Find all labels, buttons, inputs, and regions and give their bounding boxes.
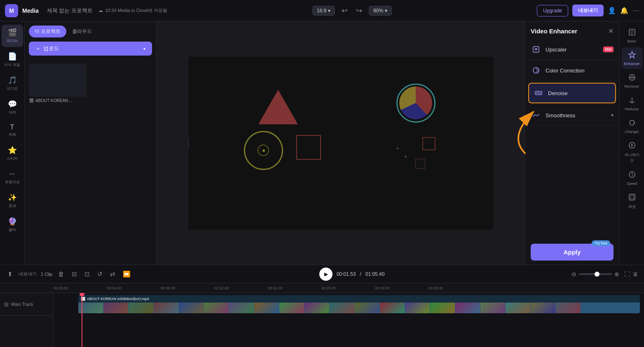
ratio-selector[interactable]: 16:9 ▾ bbox=[312, 6, 335, 16]
sidebar-item-media[interactable]: 🎬 미디어 bbox=[2, 25, 23, 47]
enhancer-item-upscaler[interactable]: Upscaler Hot bbox=[525, 39, 619, 60]
fr-sidebar-item-speed[interactable]: Speed bbox=[621, 167, 643, 189]
shape-rect-red bbox=[296, 135, 321, 160]
more-icon[interactable]: ⋯ bbox=[632, 7, 639, 14]
track-content[interactable]: ⬜ ABOUT KOREAN exhibition(kor).mp4 bbox=[54, 293, 644, 347]
zoom-selector[interactable]: 90% ▾ bbox=[369, 6, 392, 16]
sidebar-item-transition[interactable]: ↔ 트렌지션 bbox=[2, 166, 23, 188]
fr-sidebar-item-enhancer[interactable]: Enhancer bbox=[621, 47, 643, 69]
delete-icon[interactable]: 🗑 bbox=[56, 269, 66, 279]
fr-sidebar-item-remover[interactable]: Remover bbox=[621, 70, 643, 92]
tab-cloud[interactable]: 클라우드 bbox=[66, 26, 98, 37]
shape-circle-dot bbox=[262, 149, 265, 152]
zoom-slider[interactable] bbox=[579, 273, 612, 275]
sidebar-label-audio: 오디오 bbox=[7, 86, 18, 91]
tick-2: 00:08.00 bbox=[161, 286, 175, 290]
split-icon[interactable]: ⊟ bbox=[70, 269, 79, 279]
sidebar-label-transition: 트렌지션 bbox=[5, 179, 20, 185]
fr-sidebar-item-animation[interactable]: 에니메이션 bbox=[621, 138, 643, 166]
clip-thumb-8 bbox=[254, 303, 279, 313]
sidebar-item-subtitle[interactable]: 💬 자막 bbox=[2, 96, 23, 119]
current-time: 00:01.53 bbox=[337, 271, 356, 277]
sidebar-item-template[interactable]: 📄 서식 파일 bbox=[2, 49, 23, 71]
timeline-tracks: ⊟ Main Track ⬜ ABOUT KOREAN exhibition(k… bbox=[0, 293, 644, 347]
left-sidebar: 🎬 미디어 📄 서식 파일 🎵 오디오 💬 자막 T 제목 ⭐ 스티커 ↔ 트렌… bbox=[0, 21, 25, 265]
tick-0: 00:00.00 bbox=[54, 286, 68, 290]
fr-sidebar-item-changer[interactable]: Changer bbox=[621, 115, 643, 137]
clip-thumb-10 bbox=[304, 303, 329, 313]
enhancer-icon bbox=[628, 51, 636, 61]
clip-thumb-3 bbox=[129, 303, 153, 313]
sidebar-label-template: 서식 파일 bbox=[4, 62, 20, 68]
screen-fit-icon[interactable]: 🖥 bbox=[632, 271, 638, 277]
tab-project[interactable]: 이 프로젝트 bbox=[29, 26, 66, 37]
enhancer-item-denoise[interactable]: Denoise bbox=[528, 83, 616, 103]
fr-sidebar-item-basic[interactable]: Basic bbox=[621, 25, 643, 47]
shape-dot2 bbox=[405, 156, 407, 158]
apply-button[interactable]: Apply bbox=[531, 244, 614, 261]
play-icon: ▶ bbox=[324, 271, 328, 277]
play-button[interactable]: ▶ bbox=[319, 268, 333, 281]
total-time: 01:05.40 bbox=[365, 271, 385, 277]
denoise-row: Denoise bbox=[529, 84, 615, 102]
fr-sidebar-label-reducer: Reducer bbox=[625, 107, 639, 111]
person-icon[interactable]: 👤 bbox=[608, 7, 616, 14]
transition-icon: ↔ bbox=[9, 170, 16, 178]
speed-tl-icon[interactable]: ⏩ bbox=[121, 269, 132, 279]
sidebar-item-audio[interactable]: 🎵 오디오 bbox=[2, 72, 23, 95]
topbar-center: 16:9 ▾ ↩ ↪ 90% ▾ bbox=[171, 5, 533, 17]
zoom-in-icon[interactable]: ⊕ bbox=[614, 271, 619, 277]
export-clip-icon[interactable]: ⬆ bbox=[6, 269, 14, 279]
preview-canvas: ‹ bbox=[188, 57, 493, 230]
fr-sidebar-item-background[interactable]: 배경 bbox=[621, 190, 643, 213]
color-correction-label: Color Correction bbox=[546, 68, 614, 74]
upscaler-icon bbox=[531, 44, 541, 55]
text-icon: T bbox=[10, 123, 14, 131]
denoise-icon bbox=[533, 88, 544, 98]
audio-icon: 🎵 bbox=[8, 76, 17, 85]
hot-badge: Hot bbox=[603, 47, 614, 52]
bell-icon[interactable]: 🔔 bbox=[620, 7, 628, 14]
color-correction-icon bbox=[531, 65, 541, 76]
remover-icon bbox=[628, 73, 636, 83]
filter-icon: 🔮 bbox=[8, 217, 17, 226]
clip-thumb-18 bbox=[506, 303, 530, 313]
preview-collapse-button[interactable]: ‹ bbox=[188, 137, 189, 149]
upload-button[interactable]: ＋ 업로드 ▾ bbox=[29, 42, 152, 56]
timeline-ruler: 00:00.00 00:04.00 00:08.00 00:12.00 00:1… bbox=[0, 283, 644, 293]
sidebar-label-effect: 효과 bbox=[9, 203, 16, 209]
sidebar-label-subtitle: 자막 bbox=[9, 110, 16, 115]
apply-section: Try free Apply bbox=[525, 240, 619, 265]
sidebar-item-filter[interactable]: 🔮 필터 bbox=[2, 214, 23, 236]
crop-icon[interactable]: ⊡ bbox=[83, 269, 91, 279]
try-free-badge: Try free bbox=[592, 240, 610, 246]
media-thumbnail[interactable]: 🎬 ABOUT KOREAN ... bbox=[29, 64, 152, 103]
topbar-icons: 👤 🔔 ⋯ bbox=[608, 7, 639, 14]
close-button[interactable]: ✕ bbox=[608, 27, 614, 35]
tick-5: 00:20.00 bbox=[321, 286, 336, 290]
video-clip[interactable]: ⬜ ABOUT KOREAN exhibition(kor).mp4 bbox=[78, 295, 640, 313]
sidebar-label-sticker: 스티커 bbox=[7, 156, 18, 161]
export-button[interactable]: 내보내기 bbox=[572, 5, 604, 16]
redo-button[interactable]: ↪ bbox=[354, 5, 364, 17]
sidebar-item-sticker[interactable]: ⭐ 스티커 bbox=[2, 142, 23, 165]
fr-sidebar-item-reducer[interactable]: Reducer bbox=[621, 93, 643, 114]
main-layout: 🎬 미디어 📄 서식 파일 🎵 오디오 💬 자막 T 제목 ⭐ 스티커 ↔ 트렌… bbox=[0, 21, 644, 265]
sidebar-item-effect[interactable]: ✨ 효과 bbox=[2, 190, 23, 212]
flip-icon[interactable]: ⇄ bbox=[108, 269, 117, 279]
timeline-playback-controls: ▶ 00:01.53 / 01:05.40 bbox=[136, 268, 567, 281]
fr-sidebar-label-background: 배경 bbox=[628, 204, 636, 210]
sidebar-label-text: 제목 bbox=[9, 132, 16, 137]
speed-icon bbox=[628, 170, 636, 180]
fr-sidebar-label-speed: Speed bbox=[626, 182, 637, 186]
sidebar-item-text[interactable]: T 제목 bbox=[2, 120, 23, 141]
undo-button[interactable]: ↩ bbox=[340, 5, 349, 17]
chevron-down-icon: ▾ bbox=[385, 8, 387, 14]
enhancer-item-smoothness[interactable]: Smoothness ▾ bbox=[525, 105, 619, 126]
upgrade-button[interactable]: Upgrade bbox=[537, 5, 568, 16]
playhead[interactable] bbox=[82, 293, 82, 347]
zoom-out-icon[interactable]: ⊖ bbox=[571, 271, 576, 277]
enhancer-item-color-correction[interactable]: Color Correction bbox=[525, 60, 619, 81]
fullscreen-icon[interactable]: ⛶ bbox=[624, 271, 630, 277]
rotate-icon[interactable]: ↺ bbox=[96, 269, 104, 279]
